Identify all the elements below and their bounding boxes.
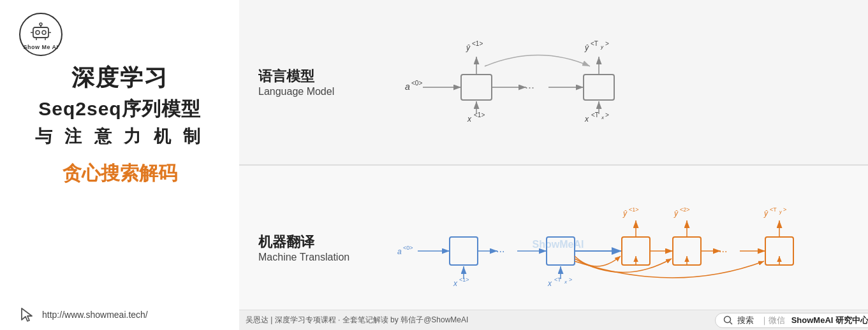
svg-text:a: a (397, 247, 402, 256)
svg-line-82 (730, 322, 732, 324)
svg-point-4 (40, 23, 42, 25)
svg-text:<2>: <2> (680, 206, 690, 213)
svg-text:ShowMeAI: ShowMeAI (533, 239, 584, 250)
svg-text:<T: <T (770, 206, 777, 213)
svg-text:x: x (564, 279, 568, 285)
svg-text:>: > (605, 40, 609, 47)
sidebar-highlight: 贪心搜索解码 (63, 161, 177, 187)
logo-text: Show Me AI (23, 44, 58, 50)
svg-text:<0>: <0> (411, 80, 422, 87)
panel-top-cn: 语言模型 (258, 67, 360, 86)
sidebar-url-area: http://www.showmeai.tech/ (19, 306, 148, 324)
svg-text:ŷ: ŷ (673, 209, 679, 218)
svg-text:>: > (783, 206, 786, 213)
sidebar-url[interactable]: http://www.showmeai.tech/ (42, 310, 148, 320)
logo-area: Show Me AI (19, 13, 63, 56)
svg-text:<T: <T (591, 111, 599, 118)
svg-text:>: > (569, 276, 572, 283)
panel-bottom-cn: 机器翻译 (258, 233, 360, 252)
svg-point-81 (724, 316, 730, 322)
search-label: 搜索 (737, 315, 754, 326)
svg-text:ŷ: ŷ (584, 43, 589, 52)
svg-rect-13 (461, 75, 492, 100)
svg-text:<0>: <0> (403, 245, 413, 251)
svg-text:x: x (453, 279, 458, 288)
svg-text:>: > (605, 111, 609, 118)
svg-rect-17 (584, 75, 614, 100)
sidebar: Show Me AI 深度学习 Seq2seq序列模型 与 注 意 力 机 制 … (0, 0, 239, 330)
svg-text:y: y (600, 44, 604, 50)
search-brand: ShowMeAI 研究中心 (791, 315, 868, 326)
sidebar-title-3: 与 注 意 力 机 制 (35, 125, 205, 148)
footer-text: 吴恩达 | 深度学习专项课程 · 全套笔记解读 by 韩信子@ShowMeAI (246, 315, 468, 326)
search-box[interactable]: 搜索 ｜微信 ShowMeAI 研究中心 (715, 313, 868, 328)
logo-icon (28, 18, 54, 44)
language-model-diagram: a <0> ··· ŷ <1> ŷ <T y > (386, 31, 781, 133)
svg-text:···: ··· (496, 246, 504, 257)
footer-bar: 吴恩达 | 深度学习专项课程 · 全套笔记解读 by 韩信子@ShowMeAI … (239, 310, 868, 330)
svg-text:ŷ: ŷ (763, 209, 769, 218)
svg-point-2 (42, 31, 46, 34)
search-icon (723, 315, 733, 326)
cursor-icon (19, 306, 37, 324)
panel-top-label: 语言模型 Language Model (258, 67, 360, 97)
svg-text:y: y (779, 210, 782, 215)
svg-rect-45 (450, 237, 478, 265)
panel-bottom-label: 机器翻译 Machine Translation (258, 233, 360, 263)
svg-text:ŷ: ŷ (622, 209, 628, 218)
panel-top-en: Language Model (258, 86, 360, 97)
svg-text:x: x (601, 115, 605, 120)
panel-top: 语言模型 Language Model a <0> ··· ŷ <1> (239, 0, 868, 166)
svg-text:x: x (584, 115, 589, 124)
machine-translation-diagram: a <0> x <1> ··· x <T x > (386, 187, 868, 308)
svg-text:<T: <T (591, 40, 598, 47)
panel-bottom: 机器翻译 Machine Translation a (239, 166, 868, 330)
svg-text:···: ··· (525, 81, 534, 94)
svg-text:x: x (547, 279, 552, 288)
svg-text:a: a (405, 82, 410, 92)
logo-circle: Show Me AI (19, 13, 63, 56)
svg-text:x: x (467, 115, 472, 124)
svg-point-1 (36, 31, 40, 34)
sidebar-title-2: Seq2seq序列模型 (38, 96, 200, 122)
svg-text:···: ··· (719, 246, 727, 257)
svg-text:ŷ: ŷ (466, 43, 471, 52)
search-divider: ｜微信 (760, 315, 785, 326)
sidebar-title-1: 深度学习 (71, 62, 168, 94)
svg-text:<1>: <1> (629, 206, 639, 213)
content-area: ShowMeAI 语言模型 Language Model a <0> ··· ŷ (239, 0, 868, 330)
svg-text:<1>: <1> (472, 40, 483, 47)
panel-bottom-en: Machine Translation (258, 252, 360, 263)
svg-marker-9 (22, 308, 32, 321)
svg-text:<1>: <1> (474, 111, 485, 118)
svg-text:<1>: <1> (459, 276, 469, 283)
